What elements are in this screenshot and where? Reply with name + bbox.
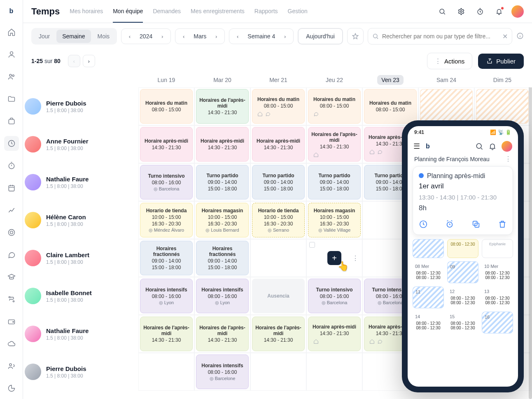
shift-card[interactable]: Turno intensivo08:00 - 16:00◎ Barcelona xyxy=(140,165,193,200)
info-icon[interactable] xyxy=(516,32,524,41)
rail-target-icon[interactable] xyxy=(4,225,19,240)
menu-icon[interactable]: ☰ xyxy=(413,142,420,151)
shift-card[interactable]: Horaire après-midi14:30 - 21:30 xyxy=(196,127,249,162)
gear-icon[interactable] xyxy=(455,5,468,18)
empty-cell[interactable]: + ⋮ 👆 xyxy=(306,239,362,277)
mini-cell[interactable]: 1308:00 - 12:3008:00 - 12:30 xyxy=(482,286,513,308)
actions-button[interactable]: ⋮Actions xyxy=(427,53,472,69)
cell-menu-icon[interactable]: ⋮ xyxy=(352,254,359,262)
person-row[interactable]: Anne Fournier1.5 | 8:00 | 38:00 xyxy=(23,125,138,163)
scrollbar[interactable] xyxy=(529,73,532,399)
view-day[interactable]: Jour xyxy=(33,30,56,43)
year-prev-button[interactable]: ‹ xyxy=(125,31,135,41)
shift-card[interactable]: Horario de tienda10:00 - 15:0016:30 - 20… xyxy=(252,203,305,237)
rail-home-icon[interactable] xyxy=(4,25,19,40)
shift-card[interactable]: Horaires de l'après-midi14:30 - 21:30 xyxy=(196,89,249,124)
rail-clock-icon[interactable] xyxy=(4,136,19,151)
absence-card[interactable]: Ausencia xyxy=(252,279,305,313)
shift-card[interactable]: Horaire après-midi14:30 - 21:30 xyxy=(308,317,361,351)
shift-card[interactable]: Horaires intensifs08:00 - 16:00◎ Barcelo… xyxy=(196,354,249,389)
phone-shift-card[interactable]: Planning après-midi 1er avril 13:30 - 14… xyxy=(413,166,513,235)
person-row[interactable]: Claire Lambert1.5 | 8:00 | 38:00 xyxy=(23,239,138,277)
rail-user-icon[interactable] xyxy=(4,47,19,62)
shift-card[interactable]: Horaires intensifs08:00 - 16:00◎ Lyon xyxy=(196,279,249,313)
favorite-button[interactable] xyxy=(347,28,364,45)
shift-card[interactable]: Horaire après-midi14:30 - 21:30 xyxy=(140,127,193,162)
shift-card[interactable]: Turno partido09:00 - 14:0015:00 - 18:00 xyxy=(308,165,361,200)
mini-cell[interactable]: 1208:00 - 12:3008:00 - 12:30 xyxy=(447,286,478,308)
person-row[interactable]: Pierre Dubois1.5 | 8:00 | 38:00 xyxy=(23,353,138,391)
rail-wallet-icon[interactable] xyxy=(4,314,19,329)
rail-stopwatch-icon[interactable] xyxy=(4,158,19,173)
month-prev-button[interactable]: ‹ xyxy=(179,31,189,41)
tab-my-team[interactable]: Mon équipe xyxy=(113,0,143,23)
shift-card[interactable]: Horaires du matin08:00 - 15:00 xyxy=(252,89,305,124)
tab-requests[interactable]: Demandes xyxy=(153,0,181,23)
phone-more-icon[interactable]: ⋮ xyxy=(505,155,511,163)
trash-icon[interactable] xyxy=(498,220,507,229)
alarm-icon[interactable] xyxy=(445,220,454,229)
shift-card[interactable]: Horaires du matin08:00 - 15:00 xyxy=(140,89,193,124)
person-row[interactable]: Nathalie Faure1.5 | 8:00 | 38:00 xyxy=(23,315,138,353)
rail-pie-icon[interactable] xyxy=(4,381,19,396)
rail-box-icon[interactable] xyxy=(4,114,19,129)
search-input[interactable]: ✕ xyxy=(368,28,512,45)
mini-cell[interactable]: 1508:00 - 12:3008:00 - 12:30 xyxy=(447,312,478,333)
clear-icon[interactable]: ✕ xyxy=(502,33,508,40)
rail-cloud-icon[interactable] xyxy=(4,336,19,351)
mini-cell[interactable]: 11 xyxy=(413,286,444,308)
shift-card[interactable]: Horaires du matin08:00 - 15:00 xyxy=(308,89,361,124)
mini-cell[interactable] xyxy=(413,239,444,258)
rail-users2-icon[interactable] xyxy=(4,359,19,373)
mini-cell[interactable]: Epiphanie xyxy=(482,239,513,258)
shift-card[interactable]: Turno partido09:00 - 14:0015:00 - 18:00 xyxy=(196,165,249,200)
user-avatar[interactable] xyxy=(511,5,524,18)
shift-card[interactable]: Horaires fractionnés09:00 - 14:0015:00 -… xyxy=(140,241,193,275)
week-prev-button[interactable]: ‹ xyxy=(233,31,243,41)
rail-chat-icon[interactable] xyxy=(4,247,19,262)
person-row[interactable]: Hélène Caron1.5 | 8:00 | 38:00 xyxy=(23,201,138,239)
shift-off[interactable] xyxy=(476,89,529,124)
rail-calendar-icon[interactable] xyxy=(4,181,19,195)
mini-cell[interactable]: 1408:00 - 12:3008:00 - 12:30 xyxy=(413,312,444,333)
rail-chart-icon[interactable] xyxy=(4,203,19,218)
person-row[interactable]: Nathalie Faure1.5 | 8:00 | 38:00 xyxy=(23,163,138,201)
shift-card[interactable]: Turno partido09:00 - 14:0015:00 - 18:00 xyxy=(252,165,305,200)
shift-card[interactable]: Turno intensivo08:00 - 16:00◎ Barcelona xyxy=(308,279,361,313)
year-next-button[interactable]: › xyxy=(157,31,167,41)
week-next-button[interactable]: › xyxy=(280,31,290,41)
mini-cell[interactable]: 08:00 - 12:30 xyxy=(447,239,478,258)
shift-card[interactable]: Horaires de l'après-midi14:30 - 21:30 xyxy=(140,317,193,351)
tab-management[interactable]: Gestion xyxy=(288,0,308,23)
bell-icon[interactable] xyxy=(492,5,506,18)
shift-card[interactable]: Horario de tienda10:00 - 15:0016:30 - 20… xyxy=(140,203,193,237)
view-month[interactable]: Mois xyxy=(92,30,116,43)
timer-icon[interactable] xyxy=(474,5,487,18)
mini-cell[interactable]: 09 xyxy=(447,261,478,283)
rail-folder-icon[interactable] xyxy=(4,92,19,106)
copy-icon[interactable] xyxy=(471,220,481,229)
rail-users-icon[interactable] xyxy=(4,69,19,84)
rail-route-icon[interactable] xyxy=(4,292,19,307)
month-next-button[interactable]: › xyxy=(211,31,221,41)
today-button[interactable]: Aujourd'hui xyxy=(298,28,343,45)
shift-card[interactable]: Horaires de l'après-midi14:30 - 21:30 xyxy=(196,317,249,351)
search-icon[interactable] xyxy=(436,5,449,18)
shift-card[interactable]: Horaires intensifs08:00 - 16:00◎ Lyon xyxy=(140,279,193,313)
page-prev-button[interactable]: ‹ xyxy=(68,55,80,67)
add-shift-button[interactable]: + xyxy=(327,251,341,265)
tab-my-schedule[interactable]: Mes horaires xyxy=(70,0,103,23)
person-row[interactable]: Isabelle Bonnet1.5 | 8:00 | 38:00 xyxy=(23,277,138,315)
shift-card[interactable]: Horaires fractionnés09:00 - 14:0015:00 -… xyxy=(196,241,249,275)
phone-bell-icon[interactable] xyxy=(488,142,497,150)
tab-records[interactable]: Mes enregistrements xyxy=(191,0,245,23)
phone-search-icon[interactable] xyxy=(475,142,483,150)
clock-icon[interactable] xyxy=(419,220,428,229)
shift-off[interactable] xyxy=(420,89,473,124)
tab-reports[interactable]: Rapports xyxy=(254,0,278,23)
shift-card[interactable]: Horaires de l'après-midi14:30 - 21:30 xyxy=(308,127,361,162)
rail-school-icon[interactable] xyxy=(4,270,19,284)
shift-card[interactable]: Horaire après-midi14:30 - 21:30 xyxy=(252,127,305,162)
mini-cell[interactable]: 08 Mer08:00 - 12:3008:00 - 12:30 xyxy=(413,261,444,283)
person-row[interactable]: Pierre Dubois1.5 | 8:00 | 38:00 xyxy=(23,87,138,125)
